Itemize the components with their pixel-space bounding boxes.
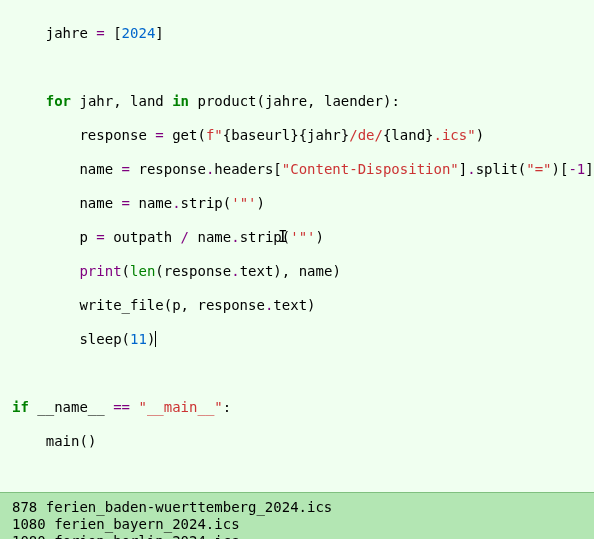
code-line: print(len(response.text), name): [12, 263, 594, 280]
code-line: name = response.headers["Content-Disposi…: [12, 161, 594, 178]
code-line: main(): [12, 433, 594, 450]
code-line: response = get(f"{baseurl}{jahr}/de/{lan…: [12, 127, 594, 144]
output-panel: 878 ferien_baden-wuerttemberg_2024.ics10…: [0, 492, 594, 539]
code-line: sleep(11): [12, 331, 594, 348]
code-line: [12, 365, 594, 382]
code-editor[interactable]: jahre = [2024] for jahr, land in product…: [0, 0, 594, 492]
output-line: 878 ferien_baden-wuerttemberg_2024.ics: [12, 499, 594, 516]
code-line: if __name__ == "__main__":: [12, 399, 594, 416]
code-line: [12, 59, 594, 76]
output-line: 1080 ferien_bayern_2024.ics: [12, 516, 594, 533]
output-line: 1080 ferien_berlin_2024.ics: [12, 533, 594, 539]
code-line: for jahr, land in product(jahre, laender…: [12, 93, 594, 110]
code-line: write_file(p, response.text): [12, 297, 594, 314]
text-caret: [155, 331, 157, 347]
code-line: name = name.strip('"'): [12, 195, 594, 212]
code-line: p = outpath / name.strip('"'): [12, 229, 594, 246]
code-line: jahre = [2024]: [12, 25, 594, 42]
